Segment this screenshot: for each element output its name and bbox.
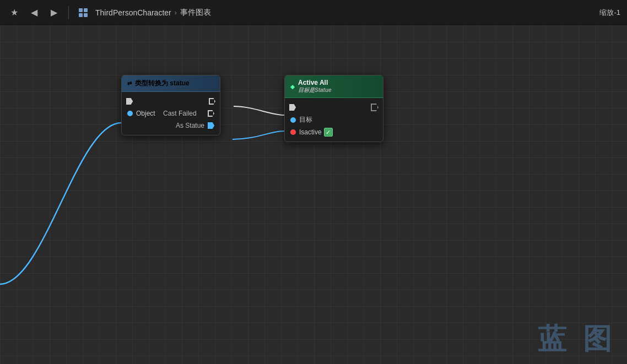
cast-as-statue-label: As Statue <box>176 122 204 129</box>
active-target-row: 目标 <box>285 113 383 126</box>
cast-exec-out-pin <box>209 98 215 105</box>
separator-1 <box>68 6 69 19</box>
cast-exec-in-pin <box>126 98 133 105</box>
active-node-title: Active All <box>298 79 332 86</box>
cast-object-pin <box>127 111 133 116</box>
cast-failed-pin <box>208 110 214 117</box>
cast-node-body: Object Cast Failed As Statue <box>122 92 220 135</box>
back-icon: ◀ <box>31 7 37 18</box>
blueprint-canvas[interactable]: ⇄ 类型转换为 statue Object Cast Failed As Sta… <box>0 25 627 364</box>
grid-button[interactable] <box>75 5 91 20</box>
star-icon: ★ <box>10 7 18 18</box>
active-node-body: 目标 Isactive <box>285 98 383 142</box>
cast-icon: ⇄ <box>127 80 132 86</box>
zoom-label: 缩放-1 <box>599 8 620 18</box>
breadcrumb-root[interactable]: ThirdPersonCharacter <box>95 8 171 17</box>
active-isactive-pin <box>290 129 296 135</box>
cast-as-statue-pin <box>208 122 214 129</box>
breadcrumb-child[interactable]: 事件图表 <box>180 8 211 18</box>
active-exec-in-pin <box>289 104 296 111</box>
active-node-subtitle: 目标是Statue <box>298 86 332 94</box>
forward-button[interactable]: ▶ <box>46 5 62 20</box>
grid-icon <box>79 8 88 17</box>
breadcrumb-separator: › <box>175 9 177 17</box>
cast-failed-label: Cast Failed <box>163 110 197 117</box>
cast-object-row: Object Cast Failed <box>122 107 220 119</box>
cast-node[interactable]: ⇄ 类型转换为 statue Object Cast Failed As Sta… <box>121 75 220 135</box>
cast-as-statue-row: As Statue <box>122 119 220 132</box>
cast-node-header: ⇄ 类型转换为 statue <box>122 75 220 92</box>
favorite-button[interactable]: ★ <box>7 5 22 20</box>
active-isactive-label: Isactive <box>299 128 322 136</box>
active-exec-out-pin <box>371 104 379 111</box>
active-node-title-group: Active All 目标是Statue <box>298 79 332 94</box>
active-isactive-checkbox[interactable] <box>324 128 333 137</box>
active-target-pin <box>290 117 296 123</box>
watermark: 蓝 图 <box>538 320 616 358</box>
active-icon: ◆ <box>290 84 295 90</box>
active-target-label: 目标 <box>299 115 312 124</box>
back-button[interactable]: ◀ <box>26 5 42 20</box>
cast-object-label: Object <box>136 110 155 117</box>
active-isactive-row: Isactive <box>285 126 383 138</box>
breadcrumb: ThirdPersonCharacter › 事件图表 <box>95 8 211 18</box>
forward-icon: ▶ <box>51 7 57 18</box>
active-node[interactable]: ◆ Active All 目标是Statue 目标 Isactive <box>284 75 383 142</box>
cast-node-title: 类型转换为 statue <box>135 79 190 88</box>
active-exec-row <box>285 101 383 113</box>
cast-exec-row <box>122 95 220 107</box>
active-node-header: ◆ Active All 目标是Statue <box>285 75 383 98</box>
toolbar: ★ ◀ ▶ ThirdPersonCharacter › 事件图表 缩放-1 <box>0 0 627 25</box>
